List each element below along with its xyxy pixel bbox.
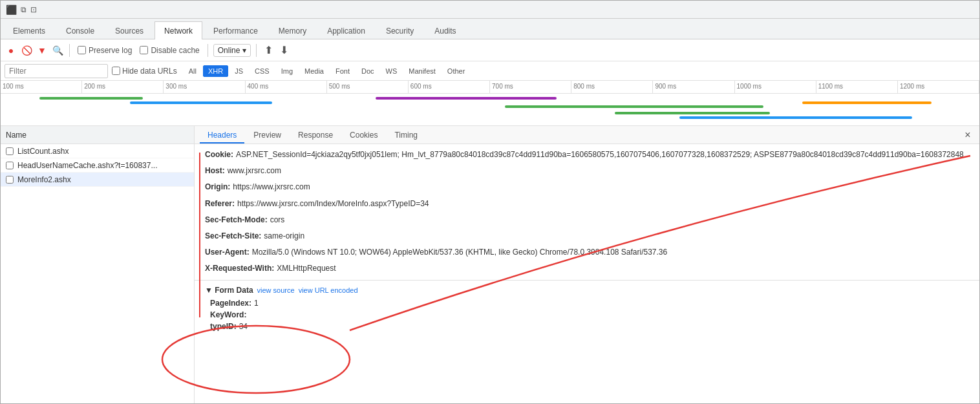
tab-elements[interactable]: Elements (3, 21, 55, 39)
timeline: 100 ms 200 ms 300 ms 400 ms 500 ms 600 m… (1, 81, 979, 126)
header-user-agent-name: User-Agent: (205, 246, 250, 259)
details-panel: Headers Preview Response Cookies Timing … (195, 126, 979, 404)
close-details-button[interactable]: × (961, 129, 974, 142)
record-button[interactable]: ● (5, 44, 17, 57)
timeline-bar-6 (802, 101, 932, 104)
form-data-section: ▼ Form Data view source view URL encoded… (195, 283, 979, 335)
filter-type-all[interactable]: All (184, 65, 202, 77)
view-source-link[interactable]: view source (257, 286, 295, 294)
search-button[interactable]: 🔍 (51, 44, 64, 57)
devtools-window: ⬛ ⧉ ⊡ Elements Console Sources Network P… (0, 0, 980, 404)
timeline-bar-1 (130, 101, 272, 104)
tick-800ms: 800 ms (571, 81, 653, 93)
chevron-down-icon: ▾ (242, 46, 246, 55)
header-sec-fetch-mode-value: cors (270, 214, 285, 226)
filter-type-js[interactable]: JS (229, 65, 248, 77)
header-referer-name: Referer: (205, 198, 235, 210)
tab-console[interactable]: Console (56, 21, 104, 39)
tab-memory[interactable]: Memory (269, 21, 316, 39)
tab-security[interactable]: Security (376, 21, 423, 39)
tick-1000ms: 1000 ms (735, 81, 816, 93)
filter-type-manifest[interactable]: Manifest (403, 65, 441, 77)
timeline-bar-5 (679, 116, 912, 119)
form-val-pageindex: 1 (254, 299, 259, 308)
header-host-row: Host: www.jxrsrc.com (195, 163, 979, 179)
header-origin-value: https://www.jxrsrc.com (233, 181, 310, 193)
request-checkbox-3[interactable] (6, 176, 14, 184)
request-item-moreinfo[interactable]: MoreInfo2.ashx (1, 173, 194, 187)
filter-type-css[interactable]: CSS (250, 65, 275, 77)
timeline-bar-0 (39, 97, 143, 100)
filter-input[interactable] (5, 64, 108, 78)
preserve-log-checkbox-label[interactable]: Preserve log (75, 46, 134, 55)
tab-network[interactable]: Network (154, 21, 202, 39)
tick-1100ms: 1100 ms (816, 81, 898, 93)
form-data-typeid-row: typeID: 34 (205, 321, 969, 332)
filter-type-ws[interactable]: WS (381, 65, 403, 77)
header-sec-fetch-mode-row: Sec-Fetch-Mode: cors (195, 212, 979, 228)
request-checkbox-1[interactable] (6, 147, 14, 155)
details-content: Cookie: ASP.NET_SessionId=4jckiaza2qy5tf… (195, 144, 979, 404)
filter-button[interactable]: ▼ (36, 44, 48, 57)
preserve-log-checkbox[interactable] (78, 46, 86, 54)
header-sec-fetch-site-row: Sec-Fetch-Site: same-origin (195, 228, 979, 244)
tick-700ms: 700 ms (490, 81, 571, 93)
download-button[interactable]: ⬇ (277, 44, 290, 57)
details-tab-cookies[interactable]: Cookies (342, 128, 385, 144)
window-titlebar: ⬛ ⧉ ⊡ (1, 1, 979, 19)
form-key-typeid: typeID: (210, 322, 237, 331)
window-icon2[interactable]: ⧉ (21, 5, 27, 14)
header-x-requested-with-value: XMLHttpRequest (277, 262, 336, 275)
details-tab-headers[interactable]: Headers (200, 128, 244, 144)
network-toolbar: ● 🚫 ▼ 🔍 Preserve log Disable cache Onlin… (1, 39, 979, 61)
timeline-bar-4 (615, 112, 770, 114)
tick-500ms: 500 ms (327, 81, 409, 93)
main-content: Name ListCount.ashx HeadUserNameCache.as… (1, 126, 979, 404)
details-tab-response[interactable]: Response (290, 128, 341, 144)
header-referer-row: Referer: https://www.jxrsrc.com/Index/Mo… (195, 196, 979, 212)
header-cookie-value: ASP.NET_SessionId=4jckiaza2qy5tf0jxj051l… (236, 149, 964, 161)
hide-data-urls-label[interactable]: Hide data URLs (112, 67, 177, 76)
header-x-requested-with-name: X-Requested-With: (205, 262, 274, 275)
upload-button[interactable]: ⬆ (262, 44, 275, 57)
tab-application[interactable]: Application (317, 21, 375, 39)
details-tab-timing[interactable]: Timing (387, 128, 425, 144)
form-data-pageindex-row: PageIndex: 1 (205, 297, 969, 309)
form-data-collapse-icon[interactable]: ▼ Form Data (205, 286, 253, 295)
preserve-log-label: Preserve log (89, 46, 132, 55)
tick-1200ms: 1200 ms (898, 81, 979, 93)
tab-performance[interactable]: Performance (204, 21, 268, 39)
filter-type-media[interactable]: Media (299, 65, 329, 77)
details-tab-preview[interactable]: Preview (246, 128, 289, 144)
filter-type-font[interactable]: Font (330, 65, 355, 77)
request-name-2: HeadUserNameCache.ashx?t=160837... (17, 161, 157, 170)
header-host-name: Host: (205, 165, 225, 177)
stop-button[interactable]: 🚫 (20, 44, 33, 57)
timeline-bar-2 (376, 97, 557, 100)
filter-type-doc[interactable]: Doc (356, 65, 379, 77)
window-icon3[interactable]: ⊡ (30, 5, 37, 14)
tab-audits[interactable]: Audits (425, 21, 465, 39)
tab-sources[interactable]: Sources (105, 21, 153, 39)
timeline-bar-3 (505, 105, 763, 108)
header-sec-fetch-site-value: same-origin (264, 230, 304, 242)
filter-bar: Hide data URLs All XHR JS CSS Img Media … (1, 61, 979, 81)
tick-300ms: 300 ms (164, 81, 245, 93)
separator2 (208, 44, 208, 57)
tick-100ms: 100 ms (1, 81, 82, 93)
request-name-1: ListCount.ashx (17, 147, 69, 156)
filter-type-xhr[interactable]: XHR (203, 65, 228, 77)
requests-header: Name (1, 126, 194, 144)
request-item-listcount[interactable]: ListCount.ashx (1, 144, 194, 158)
throttle-select[interactable]: Online ▾ (213, 44, 251, 57)
hide-data-urls-checkbox[interactable] (112, 67, 120, 75)
view-url-encoded-link[interactable]: view URL encoded (299, 286, 358, 294)
request-checkbox-2[interactable] (6, 162, 14, 169)
disable-cache-checkbox[interactable] (140, 46, 148, 54)
filter-type-img[interactable]: Img (276, 65, 298, 77)
disable-cache-checkbox-label[interactable]: Disable cache (137, 46, 202, 55)
timeline-ruler: 100 ms 200 ms 300 ms 400 ms 500 ms 600 m… (1, 81, 979, 94)
filter-type-other[interactable]: Other (442, 65, 471, 77)
filter-types: All XHR JS CSS Img Media Font Doc WS Man… (184, 65, 471, 77)
request-item-headusername[interactable]: HeadUserNameCache.ashx?t=160837... (1, 158, 194, 173)
